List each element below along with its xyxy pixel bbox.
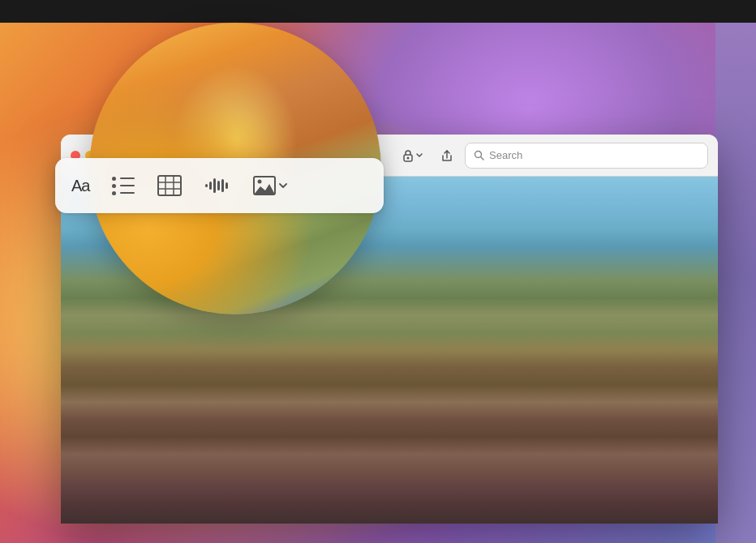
share-button[interactable]: [436, 144, 458, 167]
svg-rect-8: [217, 181, 220, 190]
svg-rect-10: [226, 182, 228, 189]
svg-rect-0: [158, 176, 181, 195]
lock-button[interactable]: [396, 146, 429, 165]
table-icon: [157, 175, 182, 196]
text-format-icon: Aa: [71, 177, 89, 195]
chevron-down-icon: [279, 183, 287, 188]
svg-line-19: [481, 157, 484, 160]
menu-bar: [0, 0, 756, 23]
svg-rect-7: [213, 178, 216, 193]
list-button[interactable]: [112, 177, 135, 195]
table-button[interactable]: [157, 175, 182, 196]
search-icon: [474, 150, 484, 160]
svg-marker-13: [254, 184, 275, 195]
search-placeholder: Search: [489, 149, 522, 161]
svg-point-16: [407, 156, 410, 159]
formatting-toolbar: Aa: [55, 158, 384, 213]
search-bar[interactable]: Search: [465, 143, 708, 169]
lock-icon: [402, 149, 414, 162]
media-icon: [253, 176, 276, 195]
svg-point-12: [258, 180, 262, 184]
svg-rect-5: [205, 184, 208, 187]
media-button[interactable]: [253, 176, 287, 195]
svg-rect-6: [209, 182, 212, 190]
list-icon: [112, 177, 135, 195]
text-format-button[interactable]: Aa: [71, 177, 89, 195]
share-icon: [440, 148, 453, 163]
lock-chevron-icon: [416, 153, 423, 157]
right-sidebar: [715, 0, 756, 543]
audio-wave-icon: [204, 176, 230, 195]
svg-rect-9: [221, 179, 224, 192]
audio-button[interactable]: [204, 176, 230, 195]
